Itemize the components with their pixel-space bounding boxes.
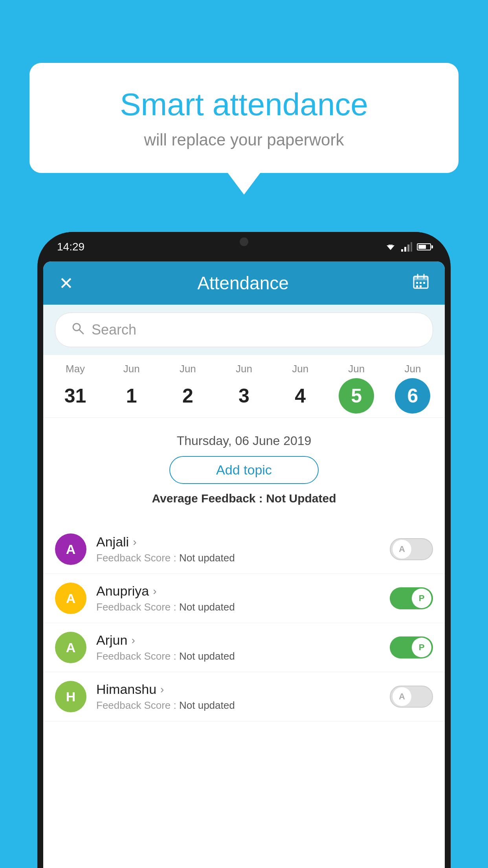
status-time: 14:29 — [57, 241, 84, 253]
phone-frame: 14:29 ✕ Attenda — [37, 232, 451, 868]
attendance-toggle[interactable]: A — [390, 686, 433, 708]
student-name: Arjun › — [96, 633, 390, 648]
chevron-icon: › — [153, 585, 156, 598]
app-bar-title: Attendance — [197, 272, 289, 294]
student-list: AAnjali ›Feedback Score : Not updatedAAA… — [43, 525, 445, 721]
status-bar: 14:29 — [37, 232, 451, 261]
magnifier-icon — [71, 322, 84, 335]
cal-month: Jun — [236, 363, 252, 375]
calendar-day-3[interactable]: Jun3 — [216, 363, 272, 414]
student-feedback: Feedback Score : Not updated — [96, 699, 390, 712]
calendar-day-6[interactable]: Jun6 — [385, 363, 441, 414]
cal-month: Jun — [348, 363, 365, 375]
chevron-icon: › — [131, 634, 135, 647]
cal-month: Jun — [180, 363, 196, 375]
cal-month: Jun — [404, 363, 421, 375]
student-feedback: Feedback Score : Not updated — [96, 552, 390, 564]
avg-feedback-label: Average Feedback : — [152, 492, 262, 505]
cal-date: 5 — [339, 378, 374, 414]
calendar-button[interactable] — [413, 273, 429, 293]
search-icon — [71, 322, 84, 338]
toggle-knob: A — [392, 687, 412, 706]
toggle-knob: A — [392, 539, 412, 559]
student-item[interactable]: AArjun ›Feedback Score : Not updatedP — [43, 623, 445, 672]
svg-line-16 — [79, 330, 83, 334]
search-placeholder: Search — [92, 322, 136, 338]
svg-rect-4 — [407, 245, 409, 252]
svg-rect-7 — [414, 276, 428, 280]
student-avatar: A — [55, 632, 86, 663]
student-info: Himanshu ›Feedback Score : Not updated — [96, 682, 390, 712]
calendar-icon — [413, 273, 429, 290]
cal-date: 4 — [283, 378, 318, 414]
attendance-toggle[interactable]: P — [390, 636, 433, 658]
cal-month: Jun — [123, 363, 140, 375]
student-name: Anjali › — [96, 534, 390, 550]
toggle-knob: P — [412, 588, 431, 608]
speech-bubble: Smart attendance will replace your paper… — [29, 63, 459, 173]
svg-rect-2 — [401, 249, 403, 252]
svg-rect-12 — [423, 282, 425, 284]
student-info: Anjali ›Feedback Score : Not updated — [96, 534, 390, 564]
student-avatar: H — [55, 681, 86, 712]
chevron-icon: › — [160, 683, 164, 696]
student-info: Anupriya ›Feedback Score : Not updated — [96, 583, 390, 613]
search-bar[interactable]: Search — [55, 313, 433, 347]
cal-date: 1 — [114, 378, 149, 414]
avg-feedback-value: Not Updated — [266, 492, 336, 505]
cal-date: 6 — [395, 378, 430, 414]
student-name: Anupriya › — [96, 583, 390, 599]
student-name: Himanshu › — [96, 682, 390, 697]
status-icons — [385, 242, 431, 252]
student-item[interactable]: AAnupriya ›Feedback Score : Not updatedP — [43, 574, 445, 623]
avg-feedback: Average Feedback : Not Updated — [55, 492, 433, 505]
calendar-day-0[interactable]: May31 — [47, 363, 103, 414]
svg-rect-11 — [420, 282, 422, 284]
svg-rect-5 — [411, 242, 412, 252]
student-item[interactable]: AAnjali ›Feedback Score : Not updatedA — [43, 525, 445, 574]
speech-bubble-subtitle: will replace your paperwork — [61, 131, 427, 149]
phone-notch — [209, 232, 279, 252]
app-bar: ✕ Attendance — [43, 261, 445, 305]
wifi-icon — [385, 242, 396, 252]
student-feedback: Feedback Score : Not updated — [96, 601, 390, 613]
calendar-day-2[interactable]: Jun2 — [160, 363, 216, 414]
add-topic-button[interactable]: Add topic — [169, 456, 319, 484]
svg-rect-14 — [420, 285, 422, 287]
signal-icon — [401, 242, 412, 252]
cal-date: 2 — [170, 378, 205, 414]
svg-rect-3 — [404, 247, 406, 252]
attendance-toggle[interactable]: P — [390, 587, 433, 609]
close-button[interactable]: ✕ — [59, 273, 73, 293]
search-bar-container: Search — [43, 305, 445, 355]
phone-screen: ✕ Attendance — [43, 261, 445, 868]
calendar-strip: May31Jun1Jun2Jun3Jun4Jun5Jun6 — [43, 355, 445, 418]
attendance-toggle[interactable]: A — [390, 538, 433, 560]
cal-date: 3 — [226, 378, 262, 414]
svg-rect-13 — [416, 285, 418, 287]
battery-icon — [417, 243, 431, 250]
calendar-day-5[interactable]: Jun5 — [328, 363, 385, 414]
speech-bubble-title: Smart attendance — [61, 86, 427, 123]
calendar-day-1[interactable]: Jun1 — [103, 363, 160, 414]
cal-date: 31 — [58, 378, 93, 414]
camera-dot — [240, 237, 248, 246]
student-info: Arjun ›Feedback Score : Not updated — [96, 633, 390, 662]
student-feedback: Feedback Score : Not updated — [96, 650, 390, 662]
selected-date: Thursday, 06 June 2019 — [55, 434, 433, 448]
cal-month: May — [66, 363, 85, 375]
chevron-icon: › — [133, 536, 136, 548]
calendar-day-4[interactable]: Jun4 — [272, 363, 328, 414]
student-avatar: A — [55, 533, 86, 565]
toggle-knob: P — [412, 638, 431, 657]
cal-month: Jun — [292, 363, 308, 375]
student-item[interactable]: HHimanshu ›Feedback Score : Not updatedA — [43, 672, 445, 721]
student-avatar: A — [55, 583, 86, 614]
content-area: Thursday, 06 June 2019 Add topic Average… — [43, 418, 445, 525]
svg-rect-10 — [416, 282, 418, 284]
